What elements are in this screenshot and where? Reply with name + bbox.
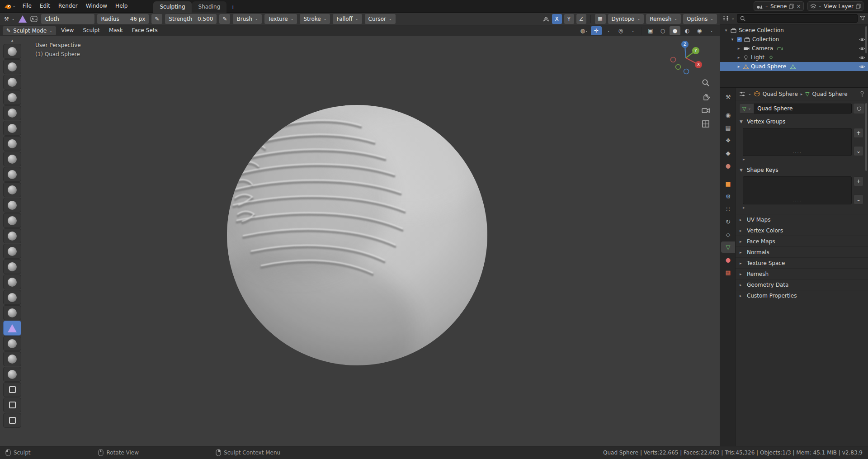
properties-tab-physics[interactable]: ↻ xyxy=(721,216,735,227)
strength-slider[interactable]: Strength 0.500 xyxy=(165,14,217,24)
hide-in-viewport-eye-icon[interactable] xyxy=(859,65,865,69)
menu-edit[interactable]: Edit xyxy=(36,0,54,12)
outliner-editor-type-button[interactable] xyxy=(723,16,729,21)
radius-slider[interactable]: Radius 46 px xyxy=(97,14,149,24)
brush-box-mask[interactable] xyxy=(4,383,21,397)
panel-remesh[interactable]: ▸Remesh xyxy=(736,269,868,279)
menu-view[interactable]: View xyxy=(57,25,78,36)
resize-grip-dots[interactable]: ···· xyxy=(793,150,802,155)
unlink-scene-icon[interactable]: × xyxy=(796,3,801,9)
view-layer-selector[interactable]: ⌄ View Layer xyxy=(807,1,863,11)
show-overlays-toggle[interactable]: ◎ xyxy=(615,26,626,35)
menu-help[interactable]: Help xyxy=(111,0,132,12)
panel-vertex-colors[interactable]: ▸Vertex Colors xyxy=(736,225,868,236)
outliner-search-box[interactable] xyxy=(737,14,858,23)
toggle-orthographic-button[interactable] xyxy=(702,120,710,128)
brush-box-hide[interactable] xyxy=(4,398,21,412)
brush-name-field[interactable]: Cloth xyxy=(41,14,94,24)
pin-icon[interactable] xyxy=(860,91,864,97)
brush-draw-face-sets[interactable] xyxy=(4,367,21,381)
workspace-tab-sculpting[interactable]: Sculpting xyxy=(153,1,191,13)
pan-hand-button[interactable] xyxy=(702,93,710,101)
mesh-datablock-selector[interactable]: ▽ ⌄ xyxy=(739,104,754,114)
outliner-row-quad-sphere[interactable]: ▸ Quad Sphere xyxy=(720,62,868,71)
brush-rotate[interactable] xyxy=(4,290,21,304)
properties-tab-tool[interactable]: ⚒ xyxy=(721,91,735,103)
disclosure-triangle-icon[interactable]: ▸ xyxy=(736,64,741,69)
menu-window[interactable]: Window xyxy=(82,0,111,12)
outliner-search-input[interactable] xyxy=(748,15,854,22)
brush-flatten[interactable] xyxy=(4,121,21,135)
properties-tab-particles[interactable]: ∷ xyxy=(721,203,735,215)
cursor-dropdown[interactable]: Cursor⌄ xyxy=(365,14,396,24)
disclosure-triangle-icon[interactable]: ▾ xyxy=(730,37,735,42)
fake-user-shield-button[interactable] xyxy=(854,104,864,114)
mode-selector[interactable]: ✎ Sculpt Mode ⌄ xyxy=(3,26,56,35)
properties-tab-scene[interactable]: ◆ xyxy=(721,147,735,159)
texture-dropdown[interactable]: Texture⌄ xyxy=(264,14,297,24)
panel-custom-properties[interactable]: ▸Custom Properties xyxy=(736,290,868,301)
disclosure-triangle-icon[interactable]: ▾ xyxy=(724,28,728,33)
overlays-dropdown[interactable]: ⌄ xyxy=(627,26,638,35)
shading-dropdown[interactable]: ⌄ xyxy=(706,26,717,35)
add-vertex-group-button[interactable]: + xyxy=(854,128,863,138)
zoom-button[interactable] xyxy=(702,79,710,87)
properties-tab-render[interactable]: ◉ xyxy=(721,109,735,121)
panel-uv-maps[interactable]: ▸UV Maps xyxy=(736,214,868,225)
outliner-row-collection[interactable]: ▾ ✓ Collection xyxy=(720,35,868,44)
shape-keys-list[interactable]: ···· xyxy=(743,176,852,204)
falloff-dropdown[interactable]: Falloff⌄ xyxy=(333,14,362,24)
properties-scrollbar[interactable] xyxy=(865,103,867,171)
brush-pinch[interactable] xyxy=(4,183,21,197)
brush-mask[interactable] xyxy=(4,352,21,366)
vertex-groups-list[interactable]: ···· xyxy=(743,128,852,156)
brush-fill[interactable] xyxy=(4,137,21,151)
mirror-y-toggle[interactable]: Y xyxy=(564,14,574,24)
editor-type-button[interactable]: ⚒ ⌄ xyxy=(3,14,16,24)
panel-face-maps[interactable]: ▸Face Maps xyxy=(736,236,868,247)
add-shape-key-button[interactable]: + xyxy=(854,176,863,186)
outliner-row-camera[interactable]: ▸ Camera xyxy=(720,44,868,53)
new-view-layer-icon[interactable] xyxy=(856,4,861,9)
mirror-z-toggle[interactable]: Z xyxy=(576,14,586,24)
mesh-name-input[interactable] xyxy=(754,104,852,114)
add-workspace-button[interactable]: + xyxy=(227,2,239,13)
fade-inactive-geometry-toggle[interactable]: ▦ xyxy=(595,14,606,24)
hide-in-viewport-eye-icon[interactable] xyxy=(859,47,865,51)
brush-nudge[interactable] xyxy=(4,275,21,289)
collection-checkbox[interactable]: ✓ xyxy=(737,37,742,42)
hide-in-viewport-eye-icon[interactable] xyxy=(859,38,865,42)
radius-pressure-toggle[interactable]: ✎ xyxy=(151,14,162,24)
brush-preview-icon[interactable] xyxy=(29,16,38,22)
properties-editor-type-button[interactable] xyxy=(739,91,745,97)
panel-texture-space[interactable]: ▸Texture Space xyxy=(736,258,868,269)
stroke-dropdown[interactable]: Stroke⌄ xyxy=(300,14,330,24)
panel-normals[interactable]: ▸Normals xyxy=(736,247,868,258)
mirror-x-toggle[interactable]: X xyxy=(552,14,562,24)
brush-slide-relax[interactable] xyxy=(4,306,21,320)
properties-tab-material[interactable]: ● xyxy=(721,254,735,265)
properties-tab-constraints[interactable]: ◇ xyxy=(721,229,735,240)
options-dropdown[interactable]: Options⌄ xyxy=(683,14,717,24)
brush-pose[interactable] xyxy=(4,260,21,274)
menu-face-sets[interactable]: Face Sets xyxy=(128,25,162,36)
shading-material-button[interactable]: ◐ xyxy=(682,26,693,35)
menu-file[interactable]: File xyxy=(19,0,36,12)
brush-dropdown[interactable]: Brush⌄ xyxy=(233,14,261,24)
outliner-row-light[interactable]: ▸ Light xyxy=(720,53,868,62)
brush-layer[interactable] xyxy=(4,44,21,58)
transform-orientation-dropdown[interactable]: ◍⌄ xyxy=(579,26,590,35)
brush-simplify[interactable] xyxy=(4,336,21,350)
brush-blob[interactable] xyxy=(4,75,21,89)
new-scene-icon[interactable] xyxy=(789,4,794,9)
properties-tab-world[interactable]: ● xyxy=(721,160,735,171)
navigation-gizmo[interactable]: Z Y X xyxy=(666,38,705,77)
3d-viewport[interactable]: User Perspective (1) Quad Sphere Z Y X xyxy=(0,36,720,446)
menu-render[interactable]: Render xyxy=(54,0,82,12)
brush-crease[interactable] xyxy=(4,90,21,104)
hide-in-viewport-eye-icon[interactable] xyxy=(859,56,865,60)
properties-tab-object-data[interactable]: ▽ xyxy=(721,241,735,253)
outliner-scrollbar[interactable] xyxy=(865,26,867,53)
strength-pressure-toggle[interactable]: ✎ xyxy=(219,14,230,24)
breadcrumb-data-name[interactable]: Quad Sphere xyxy=(812,91,848,97)
